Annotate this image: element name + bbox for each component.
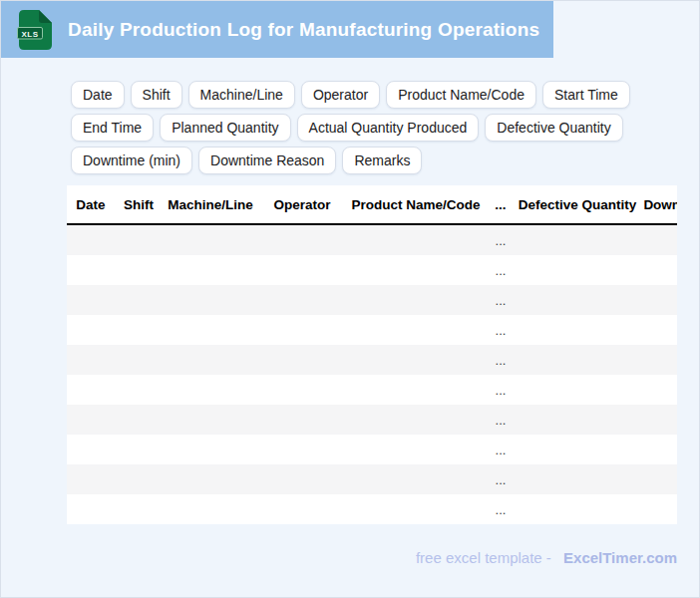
column-header: Date <box>67 185 115 224</box>
header-bar: XLS Daily Production Log for Manufacturi… <box>1 1 553 58</box>
table-row: ... <box>67 315 677 345</box>
column-header: Operator <box>258 185 346 224</box>
page: XLS Daily Production Log for Manufacturi… <box>0 0 700 598</box>
column-header: Downtime (min) <box>639 185 677 224</box>
production-log-table: Date Shift Machine/Line Operator Product… <box>67 185 677 524</box>
column-chip[interactable]: Date <box>71 81 125 109</box>
table-row: ... <box>67 494 677 524</box>
ellipsis-cell: ... <box>486 224 516 255</box>
column-chip[interactable]: Remarks <box>342 147 422 174</box>
column-chip[interactable]: End Time <box>71 114 154 142</box>
xls-badge-text: XLS <box>21 29 38 38</box>
column-header: Machine/Line <box>163 185 258 224</box>
ellipsis-cell: ... <box>486 494 516 524</box>
column-chip[interactable]: Actual Quantity Produced <box>297 114 480 142</box>
ellipsis-cell: ... <box>486 405 516 435</box>
table-row: ... <box>67 464 677 494</box>
column-header: Shift <box>115 185 163 224</box>
column-chip[interactable]: Product Name/Code <box>386 81 536 109</box>
table-row: ... <box>67 345 677 375</box>
table-preview-container: Date Shift Machine/Line Operator Product… <box>67 185 677 524</box>
footer-brand-link[interactable]: ExcelTimer.com <box>563 549 677 566</box>
table-row: ... <box>67 255 677 285</box>
ellipsis-cell: ... <box>486 345 516 375</box>
ellipsis-cell: ... <box>486 375 516 405</box>
column-chip[interactable]: Planned Quantity <box>160 114 290 142</box>
ellipsis-cell: ... <box>486 315 516 345</box>
table-row: ... <box>67 285 677 315</box>
table-row: ... <box>67 224 677 255</box>
column-chip[interactable]: Downtime (min) <box>71 147 192 174</box>
table-row: ... <box>67 405 677 435</box>
page-title: Daily Production Log for Manufacturing O… <box>68 20 539 39</box>
xls-file-icon: XLS <box>17 9 53 51</box>
table-row: ... <box>67 435 677 464</box>
table-row: ... <box>67 375 677 405</box>
column-chip[interactable]: Shift <box>131 81 182 109</box>
column-chip[interactable]: Start Time <box>542 81 630 109</box>
column-chip[interactable]: Machine/Line <box>188 81 295 109</box>
column-header-ellipsis: ... <box>486 185 516 224</box>
column-chip-list: Date Shift Machine/Line Operator Product… <box>71 81 659 174</box>
ellipsis-cell: ... <box>486 435 516 464</box>
ellipsis-cell: ... <box>486 464 516 494</box>
column-chip[interactable]: Downtime Reason <box>198 147 336 174</box>
table-header-row: Date Shift Machine/Line Operator Product… <box>67 185 677 224</box>
column-chip[interactable]: Defective Quantity <box>485 114 622 142</box>
footer-text: free excel template - <box>416 549 551 566</box>
ellipsis-cell: ... <box>486 255 516 285</box>
footer-credit: free excel template - ExcelTimer.com <box>416 549 677 567</box>
column-header: Defective Quantity <box>516 185 639 224</box>
ellipsis-cell: ... <box>486 285 516 315</box>
column-chip[interactable]: Operator <box>301 81 380 109</box>
column-header: Product Name/Code <box>346 185 486 224</box>
